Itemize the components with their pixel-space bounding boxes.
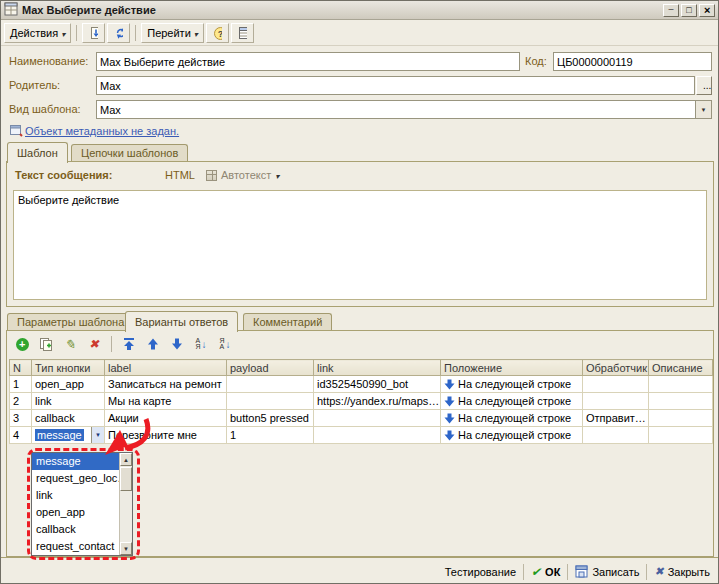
- cell-label[interactable]: Мы на карте: [105, 393, 227, 410]
- close-window-button[interactable]: Закрыть: [654, 565, 710, 578]
- list-button[interactable]: [231, 23, 254, 43]
- cell-payload[interactable]: [227, 376, 314, 393]
- cell-position[interactable]: На следующей строке: [441, 410, 583, 427]
- cell-link[interactable]: [314, 410, 441, 427]
- dropdown-item-link[interactable]: link: [32, 487, 119, 504]
- cell-type-editing[interactable]: message: [32, 427, 105, 444]
- actions-button[interactable]: Действия: [4, 23, 71, 43]
- cell-payload[interactable]: [227, 393, 314, 410]
- col-header-position[interactable]: Положение: [441, 360, 583, 376]
- scroll-down-icon[interactable]: [120, 542, 132, 555]
- cell-type[interactable]: link: [32, 393, 105, 410]
- cell-handler[interactable]: [583, 376, 649, 393]
- cell-position[interactable]: На следующей строке: [441, 427, 583, 444]
- parent-select-button[interactable]: ...: [696, 76, 712, 95]
- col-header-description[interactable]: Описание: [649, 360, 713, 376]
- close-button[interactable]: [699, 4, 715, 17]
- kind-dropdown-button[interactable]: [695, 101, 711, 118]
- parent-input[interactable]: [96, 76, 695, 95]
- table-row: 3 callback Акции button5 pressed На след…: [10, 410, 713, 427]
- maximize-button[interactable]: [681, 4, 697, 17]
- cell-label[interactable]: Записаться на ремонт: [105, 376, 227, 393]
- tab-comment[interactable]: Комментарий: [243, 313, 332, 330]
- cell-link[interactable]: [314, 427, 441, 444]
- kind-input[interactable]: [96, 100, 712, 119]
- sort-desc-button[interactable]: [215, 335, 235, 353]
- cell-payload[interactable]: 1: [227, 427, 314, 444]
- edit-row-button[interactable]: [60, 335, 80, 353]
- cell-description[interactable]: [649, 427, 713, 444]
- dropdown-item-message[interactable]: message: [32, 453, 119, 470]
- delete-icon: [89, 337, 99, 351]
- metadata-link[interactable]: Объект метаданных не задан.: [25, 125, 179, 137]
- reread-button[interactable]: [82, 23, 105, 43]
- cell-handler[interactable]: Отправит…: [583, 410, 649, 427]
- titlebar[interactable]: Max Выберите действие: [1, 1, 718, 20]
- cell-n[interactable]: 1: [10, 376, 32, 393]
- cell-position[interactable]: На следующей строке: [441, 376, 583, 393]
- dropdown-item-open-app[interactable]: open_app: [32, 504, 119, 521]
- main-toolbar: Действия Перейти ?: [1, 21, 718, 46]
- check-icon: [531, 565, 541, 579]
- cell-handler[interactable]: [583, 393, 649, 410]
- dropdown-item-request-contact[interactable]: request_contact: [32, 538, 119, 555]
- refresh-button[interactable]: [107, 23, 130, 43]
- cell-description[interactable]: [649, 376, 713, 393]
- cell-type[interactable]: callback: [32, 410, 105, 427]
- move-top-button[interactable]: [119, 335, 139, 353]
- minimize-icon: [669, 6, 674, 14]
- cell-n[interactable]: 2: [10, 393, 32, 410]
- move-down-button[interactable]: [167, 335, 187, 353]
- cell-handler[interactable]: [583, 427, 649, 444]
- goto-button[interactable]: Перейти: [141, 23, 204, 43]
- col-header-handler[interactable]: Обработчик: [583, 360, 649, 376]
- arrow-down-icon: [444, 413, 455, 424]
- sort-asc-button[interactable]: [191, 335, 211, 353]
- cell-label[interactable]: Перезвоните мне: [105, 427, 227, 444]
- col-header-label[interactable]: label: [105, 360, 227, 376]
- delete-row-button[interactable]: [84, 335, 104, 353]
- tab-template[interactable]: Шаблон: [7, 142, 68, 163]
- col-header-type[interactable]: Тип кнопки: [32, 360, 105, 376]
- app-icon: [4, 2, 18, 18]
- cell-position[interactable]: На следующей строке: [441, 393, 583, 410]
- arrow-down-icon: [444, 430, 455, 441]
- name-input[interactable]: [96, 52, 520, 71]
- cell-link[interactable]: id3525450990_bot: [314, 376, 441, 393]
- cell-description[interactable]: [649, 393, 713, 410]
- cell-n[interactable]: 3: [10, 410, 32, 427]
- col-header-payload[interactable]: payload: [227, 360, 314, 376]
- tab-template-params[interactable]: Параметры шаблона: [7, 313, 134, 330]
- tab-template-chains[interactable]: Цепочки шаблонов: [71, 144, 188, 161]
- dropdown-scrollbar[interactable]: [119, 453, 132, 555]
- cell-label[interactable]: Акции: [105, 410, 227, 427]
- scroll-thumb[interactable]: [120, 467, 132, 491]
- html-mode-button[interactable]: HTML: [165, 169, 195, 181]
- ok-button[interactable]: ОК: [531, 565, 560, 579]
- minimize-button[interactable]: [663, 4, 679, 17]
- cell-type[interactable]: open_app: [32, 376, 105, 393]
- type-dropdown-button[interactable]: [91, 427, 104, 443]
- code-input[interactable]: [553, 52, 712, 71]
- col-header-link[interactable]: link: [314, 360, 441, 376]
- message-body-input[interactable]: Выберите действие: [13, 190, 707, 300]
- table-row: 1 open_app Записаться на ремонт id352545…: [10, 376, 713, 393]
- save-button[interactable]: Записать: [575, 565, 639, 578]
- cell-payload[interactable]: button5 pressed: [227, 410, 314, 427]
- testing-button[interactable]: Тестирование: [445, 566, 516, 578]
- button-type-dropdown: message request_geo_loc… link open_app c…: [31, 452, 133, 556]
- help-button[interactable]: ?: [206, 23, 229, 43]
- dropdown-item-callback[interactable]: callback: [32, 521, 119, 538]
- cell-description[interactable]: [649, 410, 713, 427]
- tab-answer-options[interactable]: Варианты ответов: [125, 311, 238, 332]
- cell-n[interactable]: 4: [10, 427, 32, 444]
- cell-link[interactable]: https://yandex.ru/maps…: [314, 393, 441, 410]
- scroll-up-icon[interactable]: [120, 453, 132, 466]
- dropdown-item-request-geo[interactable]: request_geo_loc…: [32, 470, 119, 487]
- autotext-button[interactable]: Автотекст: [203, 166, 282, 184]
- copy-row-button[interactable]: [36, 335, 56, 353]
- add-row-button[interactable]: [12, 335, 32, 353]
- move-up-button[interactable]: [143, 335, 163, 353]
- window: Max Выберите действие Действия Перейти ?…: [0, 0, 719, 584]
- col-header-n[interactable]: N: [10, 360, 32, 376]
